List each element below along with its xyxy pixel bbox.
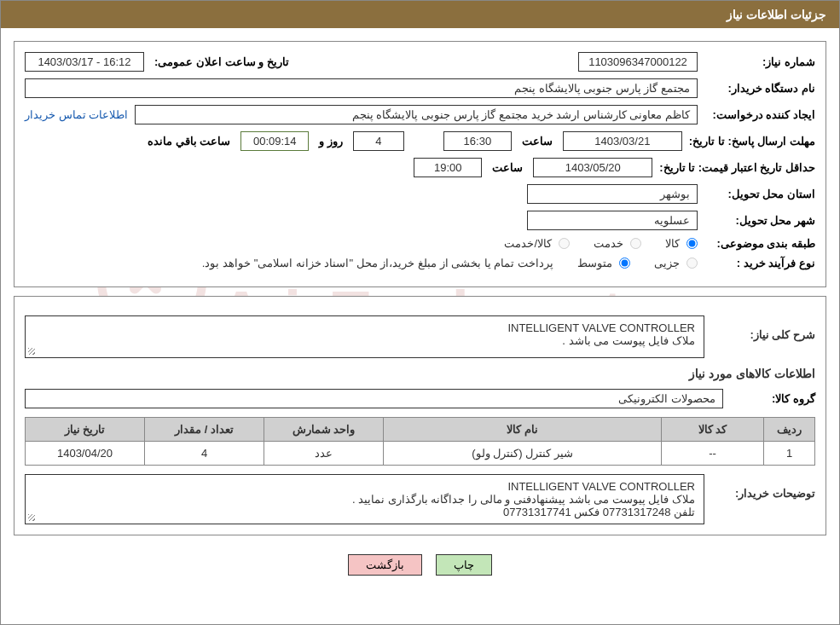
requester-label: ایجاد کننده درخواست: bbox=[704, 108, 815, 121]
group-value: محصولات الکترونیکی bbox=[25, 389, 723, 408]
purchase-type-label: نوع فرآیند خرید : bbox=[704, 257, 815, 269]
purchase-note: پرداخت تمام یا بخشی از مبلغ خرید،از محل … bbox=[202, 257, 553, 269]
col-unit: واحد شمارش bbox=[264, 418, 384, 442]
deadline-date: 1403/03/21 bbox=[563, 131, 682, 151]
radio-goods[interactable] bbox=[686, 238, 698, 249]
col-date: تاریخ نیاز bbox=[26, 418, 145, 442]
cell-qty: 4 bbox=[145, 442, 264, 466]
page-title: جزئیات اطلاعات نیاز bbox=[727, 8, 826, 21]
requester-value: کاظم معاونی کارشناس ارشد خرید مجتمع گاز … bbox=[135, 105, 698, 124]
days-remaining: 4 bbox=[353, 131, 404, 151]
province-label: استان محل تحویل: bbox=[704, 188, 815, 200]
overview-textarea: INTELLIGENT VALVE CONTROLLER ملاک فایل پ… bbox=[25, 315, 704, 358]
cell-code: -- bbox=[662, 442, 764, 466]
validity-time: 19:00 bbox=[414, 158, 482, 177]
remaining-label: ساعت باقي مانده bbox=[144, 135, 234, 148]
validity-label: حداقل تاریخ اعتبار قیمت: تا تاریخ: bbox=[659, 161, 815, 174]
city-value: عسلویه bbox=[527, 211, 698, 230]
cell-name: شیر کنترل (کنترل ولو) bbox=[384, 442, 662, 466]
purchase-partial-radio[interactable]: جزیی bbox=[654, 257, 698, 269]
cell-unit: عدد bbox=[264, 442, 384, 466]
goods-section-title: اطلاعات کالاهای مورد نیاز bbox=[25, 367, 815, 380]
validity-date: 1403/05/20 bbox=[533, 158, 652, 177]
overview-line1: INTELLIGENT VALVE CONTROLLER bbox=[34, 321, 695, 334]
purchase-medium-radio[interactable]: متوسط bbox=[577, 257, 630, 269]
back-button[interactable]: بازگشت bbox=[348, 554, 422, 576]
overview-label: شرح کلی نیاز: bbox=[713, 315, 815, 341]
radio-medium[interactable] bbox=[619, 258, 630, 269]
city-label: شهر محل تحویل: bbox=[704, 214, 815, 227]
page-header: جزئیات اطلاعات نیاز bbox=[1, 1, 839, 28]
deadline-label: مهلت ارسال پاسخ: تا تاریخ: bbox=[689, 135, 815, 148]
days-suffix: روز و bbox=[316, 135, 346, 148]
goods-table: ردیف کد کالا نام کالا واحد شمارش تعداد /… bbox=[25, 417, 815, 466]
button-bar: چاپ بازگشت bbox=[14, 544, 826, 586]
radio-service[interactable] bbox=[630, 238, 641, 249]
hour-label-2: ساعت bbox=[489, 161, 526, 174]
buyer-desc-textarea: INTELLIGENT VALVE CONTROLLER ملاک فایل پ… bbox=[25, 474, 704, 524]
buyer-desc-line2: ملاک فایل پیوست می باشد پیشنهادفنی و مال… bbox=[34, 493, 695, 506]
category-service-radio[interactable]: خدمت bbox=[594, 237, 641, 250]
radio-goods-service[interactable] bbox=[559, 238, 570, 249]
table-header-row: ردیف کد کالا نام کالا واحد شمارش تعداد /… bbox=[26, 418, 815, 442]
category-goods-radio[interactable]: کالا bbox=[665, 237, 698, 250]
buyer-desc-label: توضیحات خریدار: bbox=[713, 474, 815, 500]
table-row: 1 -- شیر کنترل (کنترل ولو) عدد 4 1403/04… bbox=[26, 442, 815, 466]
province-value: بوشهر bbox=[527, 184, 698, 204]
countdown-timer: 00:09:14 bbox=[240, 131, 309, 151]
category-goods-service-radio[interactable]: کالا/خدمت bbox=[504, 237, 570, 250]
col-qty: تعداد / مقدار bbox=[145, 418, 264, 442]
buyer-desc-line3: تلفن 07731317248 فکس 07731317741 bbox=[34, 506, 695, 518]
main-info-section: شماره نیاز: 1103096347000122 تاریخ و ساع… bbox=[14, 41, 826, 287]
announce-value: 16:12 - 1403/03/17 bbox=[25, 52, 144, 72]
col-row: ردیف bbox=[764, 418, 815, 442]
need-number-value: 1103096347000122 bbox=[578, 52, 698, 72]
radio-partial[interactable] bbox=[686, 258, 698, 269]
col-name: نام کالا bbox=[384, 418, 662, 442]
category-label: طبقه بندی موضوعی: bbox=[704, 237, 815, 250]
resize-handle-icon[interactable] bbox=[27, 345, 38, 356]
buyer-org-label: نام دستگاه خریدار: bbox=[704, 82, 815, 95]
buyer-desc-line1: INTELLIGENT VALVE CONTROLLER bbox=[34, 480, 695, 493]
buyer-contact-link[interactable]: اطلاعات تماس خریدار bbox=[25, 108, 128, 121]
print-button[interactable]: چاپ bbox=[436, 554, 492, 576]
need-number-label: شماره نیاز: bbox=[704, 55, 815, 68]
group-label: گروه کالا: bbox=[730, 392, 815, 405]
buyer-org-value: مجتمع گاز پارس جنوبی پالایشگاه پنجم bbox=[25, 78, 698, 98]
overview-line2: ملاک فایل پیوست می باشد . bbox=[34, 334, 695, 347]
cell-row: 1 bbox=[764, 442, 815, 466]
details-section: شرح کلی نیاز: INTELLIGENT VALVE CONTROLL… bbox=[14, 296, 826, 535]
hour-label-1: ساعت bbox=[518, 135, 556, 148]
announce-label: تاریخ و ساعت اعلان عمومی: bbox=[151, 55, 293, 68]
cell-date: 1403/04/20 bbox=[26, 442, 145, 466]
deadline-time: 16:30 bbox=[443, 131, 512, 151]
col-code: کد کالا bbox=[662, 418, 764, 442]
resize-handle-icon[interactable] bbox=[27, 512, 38, 522]
